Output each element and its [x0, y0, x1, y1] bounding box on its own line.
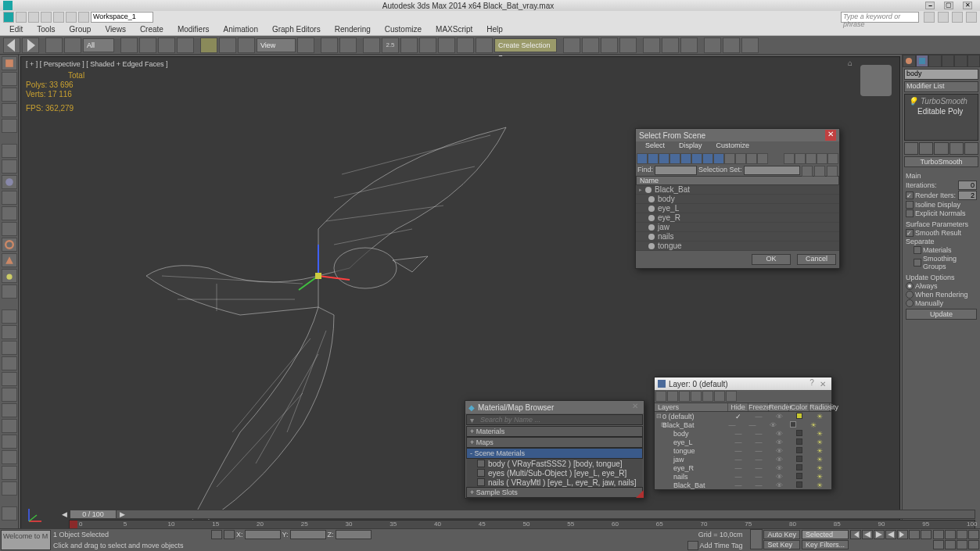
- rotate-button[interactable]: [219, 38, 236, 53]
- geosphere-icon[interactable]: [2, 191, 17, 205]
- update-manual-radio[interactable]: [906, 299, 914, 307]
- layer-highlight-icon[interactable]: [702, 391, 713, 402]
- undo-icon[interactable]: [53, 12, 64, 23]
- next-frame-button[interactable]: [885, 530, 896, 539]
- sfs-filter-group-icon[interactable]: [702, 153, 713, 164]
- new-icon[interactable]: [16, 12, 27, 23]
- snap2d-button[interactable]: [363, 38, 380, 53]
- play-button[interactable]: [874, 530, 885, 539]
- update-render-radio[interactable]: [906, 291, 914, 299]
- maxscript-listener[interactable]: Welcome to M: [1, 530, 51, 550]
- maxtoggle-button[interactable]: [968, 540, 979, 549]
- menu-views[interactable]: Views: [99, 25, 132, 34]
- schematic-button[interactable]: [662, 38, 679, 53]
- undo-button[interactable]: [3, 38, 20, 53]
- paint-icon[interactable]: [2, 309, 17, 324]
- hair-icon[interactable]: [2, 341, 17, 355]
- tab-motion-icon[interactable]: [942, 55, 955, 67]
- cone-icon[interactable]: [2, 159, 17, 174]
- render-setup-button[interactable]: [704, 38, 721, 53]
- sfs-filter-geom-icon[interactable]: [637, 153, 648, 164]
- time-prev-button[interactable]: ◀: [60, 510, 68, 518]
- smooth-result-checkbox[interactable]: [906, 229, 914, 237]
- sphere-icon[interactable]: [2, 175, 17, 189]
- sfs-list[interactable]: ▸Black_Bat body eye_L eye_R jaw nails to…: [636, 185, 839, 251]
- sfs-influences-icon[interactable]: [817, 153, 827, 164]
- layer-mgr-button[interactable]: [601, 38, 618, 53]
- dynamics-icon[interactable]: [2, 388, 17, 402]
- massfx-icon[interactable]: [2, 372, 17, 386]
- menu-help[interactable]: Help: [480, 25, 509, 34]
- sfs-titlebar[interactable]: Select From Scene ✕: [636, 129, 839, 141]
- scale-button[interactable]: [238, 38, 255, 53]
- tab-populate-icon[interactable]: [2, 119, 17, 133]
- lock-selection-button[interactable]: [211, 530, 222, 539]
- zoom-extents-button[interactable]: [957, 530, 967, 539]
- edit-namedsel-button[interactable]: [476, 38, 493, 53]
- explicit-checkbox[interactable]: [906, 209, 914, 217]
- render-iters-checkbox[interactable]: [906, 191, 914, 199]
- key-filters-button[interactable]: Key Filters...: [802, 540, 849, 549]
- sfs-cancel-button[interactable]: Cancel: [797, 254, 836, 265]
- pivot-button[interactable]: [297, 38, 314, 53]
- tab-freeform-icon[interactable]: [2, 72, 17, 86]
- add-time-tag[interactable]: Add Time Tag: [700, 542, 743, 549]
- autokey-button[interactable]: Auto Key: [763, 530, 800, 539]
- tab-object-icon[interactable]: [2, 103, 17, 117]
- update-always-radio[interactable]: [906, 282, 914, 290]
- time-slider-track[interactable]: ◀ 0 / 100 ▶: [69, 510, 975, 519]
- menu-customize[interactable]: Customize: [379, 25, 428, 34]
- particles-icon[interactable]: [2, 435, 17, 449]
- menu-modifiers[interactable]: Modifiers: [171, 25, 216, 34]
- tab-modify-icon[interactable]: [916, 55, 929, 67]
- viewcube-home-icon[interactable]: ⌂: [848, 59, 857, 68]
- time-slider-thumb[interactable]: 0 / 100: [70, 510, 117, 519]
- zoom-extents-all-button[interactable]: [968, 530, 979, 539]
- mb-section-scene[interactable]: - Scene Materials: [466, 448, 643, 459]
- link-button[interactable]: [45, 38, 63, 53]
- render-fb-button[interactable]: [723, 38, 740, 53]
- mb-search-input[interactable]: [477, 416, 642, 424]
- window-icon[interactable]: [2, 466, 17, 480]
- materials-checkbox[interactable]: [914, 246, 921, 254]
- sfs-ok-button[interactable]: OK: [752, 254, 791, 265]
- save-icon[interactable]: [41, 12, 52, 23]
- layer-close-button[interactable]: ✕: [817, 380, 828, 388]
- move-button[interactable]: [200, 38, 217, 53]
- sfs-none-icon[interactable]: [746, 153, 757, 164]
- menu-grapheditors[interactable]: Graph Editors: [266, 25, 327, 34]
- mb-close-button[interactable]: ✕: [630, 402, 641, 413]
- box-icon[interactable]: [2, 144, 17, 158]
- x-input[interactable]: [245, 530, 281, 539]
- mb-section-samples[interactable]: + Sample Slots: [466, 487, 643, 498]
- layer-add-icon[interactable]: [679, 391, 690, 402]
- zoom-button[interactable]: [933, 530, 944, 539]
- sfs-cols-icon[interactable]: [827, 166, 838, 177]
- layer-titlebar[interactable]: Layer: 0 (default) ? ✕: [655, 377, 831, 390]
- window-cross-button[interactable]: [177, 38, 194, 53]
- layer-freeze-icon[interactable]: [726, 391, 737, 402]
- sfs-view-icon[interactable]: [802, 166, 813, 177]
- y-input[interactable]: [290, 530, 326, 539]
- cylinder-icon[interactable]: [2, 206, 17, 220]
- layer-new-icon[interactable]: [655, 391, 666, 402]
- remove-mod-button[interactable]: [949, 142, 964, 155]
- layer-hide-icon[interactable]: [714, 391, 725, 402]
- viewcube[interactable]: [860, 65, 892, 96]
- iterations-spinner[interactable]: 0: [958, 181, 977, 190]
- rollout-turbosmooth[interactable]: TurboSmooth: [904, 156, 978, 167]
- sfs-expand-icon[interactable]: [784, 153, 795, 164]
- time-next-button[interactable]: ▶: [118, 510, 126, 518]
- mb-titlebar[interactable]: ◆ Material/Map Browser ✕: [465, 401, 644, 413]
- snap-angle-button[interactable]: 2.5: [382, 38, 399, 53]
- sfs-col-name[interactable]: Name: [636, 176, 839, 185]
- app-menu-icon[interactable]: [3, 12, 14, 23]
- redo-button[interactable]: [22, 38, 39, 53]
- render-iters-spinner[interactable]: 2: [958, 191, 977, 200]
- select-name-button[interactable]: [139, 38, 156, 53]
- plane-icon[interactable]: [2, 284, 17, 299]
- layer-del-icon[interactable]: [667, 391, 678, 402]
- material-editor-button[interactable]: [680, 38, 698, 53]
- sfs-menu-display[interactable]: Display: [673, 141, 709, 152]
- show-result-button[interactable]: [919, 142, 933, 155]
